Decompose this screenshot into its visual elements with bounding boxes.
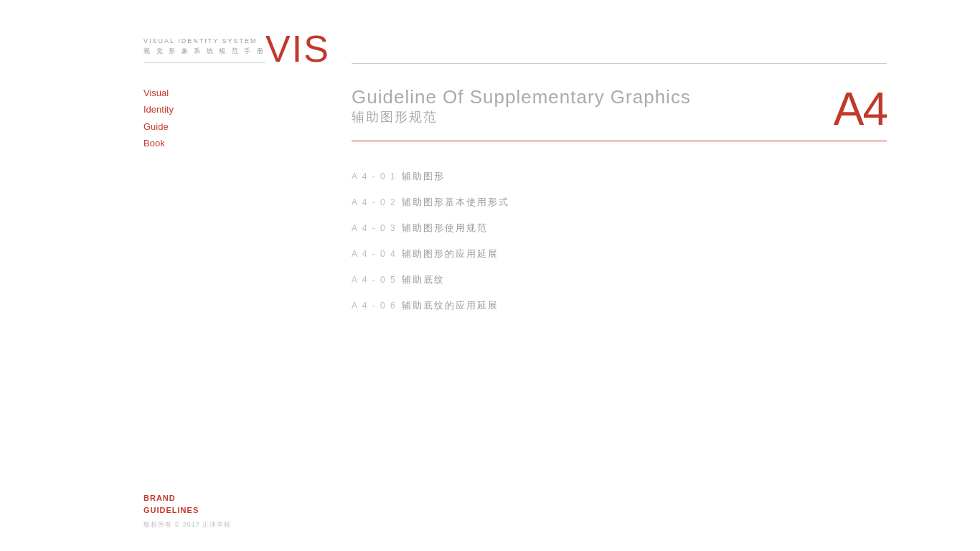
toc-item-label: 辅助图形的应用延展 xyxy=(402,248,499,260)
toc-item: A 4 - 0 2辅助图形基本使用形式 xyxy=(352,196,887,209)
toc-item: A 4 - 0 5辅助底纹 xyxy=(352,273,887,286)
footer: BRAND GUIDELINES 版权所有 © 2017 正泽学校 xyxy=(143,492,231,529)
toc-item: A 4 - 0 4辅助图形的应用延展 xyxy=(352,248,887,260)
toc: A 4 - 0 1辅助图形A 4 - 0 2辅助图形基本使用形式A 4 - 0 … xyxy=(352,170,887,312)
vis-title-cn: 视 觉 形 象 系 统 规 范 手 册 xyxy=(143,46,265,56)
toc-item: A 4 - 0 6辅助底纹的应用延展 xyxy=(352,299,887,312)
section-title-en-wrapper: Guideline Of Supplementary Graphics 辅助图形… xyxy=(352,86,691,126)
toc-item-label: 辅助图形基本使用形式 xyxy=(402,196,509,209)
brand-title-line2: GUIDELINES xyxy=(143,504,231,517)
vis-title-en: VISUAL IDENTITY SYSTEM xyxy=(143,36,265,46)
nav-menu: Visual Identity Guide Book xyxy=(143,85,265,152)
toc-item-code: A 4 - 0 6 xyxy=(352,301,402,311)
brand-title-line1: BRAND xyxy=(143,492,231,505)
section-title-row: Guideline Of Supplementary Graphics 辅助图形… xyxy=(352,86,887,132)
nav-item-guide[interactable]: Guide xyxy=(143,118,265,135)
toc-item-code: A 4 - 0 4 xyxy=(352,249,402,259)
toc-item-code: A 4 - 0 5 xyxy=(352,275,402,285)
section-header: Guideline Of Supplementary Graphics 辅助图形… xyxy=(352,86,887,141)
toc-item-label: 辅助底纹 xyxy=(402,273,445,286)
sidebar: VISUAL IDENTITY SYSTEM 视 觉 形 象 系 统 规 范 手… xyxy=(0,0,265,551)
section-title-en: Guideline Of Supplementary Graphics xyxy=(352,86,691,108)
toc-item-code: A 4 - 0 3 xyxy=(352,223,402,233)
sidebar-nav: Visual Identity Guide Book xyxy=(143,85,265,152)
toc-item-code: A 4 - 0 1 xyxy=(352,171,402,182)
nav-item-identity[interactable]: Identity xyxy=(143,101,265,118)
section-divider xyxy=(352,141,887,141)
nav-item-book[interactable]: Book xyxy=(143,135,265,151)
main-content: Guideline Of Supplementary Graphics 辅助图形… xyxy=(352,86,887,325)
toc-item: A 4 - 0 1辅助图形 xyxy=(352,170,887,183)
vis-logo: VIS xyxy=(265,30,330,67)
sidebar-divider xyxy=(143,62,265,63)
toc-item-label: 辅助图形 xyxy=(402,170,445,183)
copyright: 版权所有 © 2017 正泽学校 xyxy=(143,520,231,529)
header-block: VISUAL IDENTITY SYSTEM 视 觉 形 象 系 统 规 范 手… xyxy=(143,36,265,63)
top-divider-line xyxy=(352,63,887,64)
toc-item-label: 辅助图形使用规范 xyxy=(402,222,488,235)
section-title-cn: 辅助图形规范 xyxy=(352,108,691,126)
section-number: A4 xyxy=(834,86,887,132)
nav-item-visual[interactable]: Visual xyxy=(143,85,265,101)
toc-item: A 4 - 0 3辅助图形使用规范 xyxy=(352,222,887,235)
toc-item-label: 辅助底纹的应用延展 xyxy=(402,299,499,312)
toc-item-code: A 4 - 0 2 xyxy=(352,197,402,207)
